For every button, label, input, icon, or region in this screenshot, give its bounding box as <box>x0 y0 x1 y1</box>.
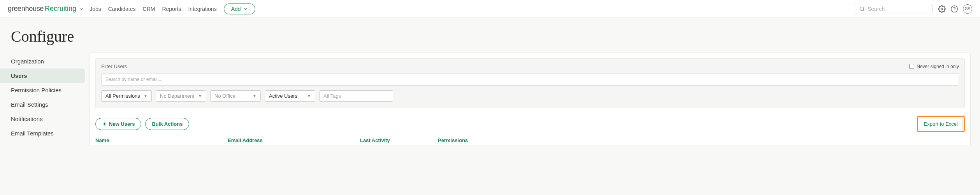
permissions-select[interactable]: All Permissions ▼ <box>101 90 152 102</box>
bulk-actions-button[interactable]: Bulk Actions <box>145 118 189 130</box>
bulk-actions-label: Bulk Actions <box>152 121 183 127</box>
sidebar-item-notifications[interactable]: Notifications <box>0 112 85 126</box>
help-icon[interactable] <box>950 5 958 13</box>
status-select-value: Active Users <box>269 93 297 99</box>
chevron-down-icon <box>243 7 248 11</box>
sidebar-item-organization[interactable]: Organization <box>0 54 85 69</box>
add-button-label: Add <box>231 6 241 12</box>
sidebar: Organization Users Permission Policies E… <box>0 53 90 146</box>
never-signed-checkbox-input[interactable] <box>909 64 914 69</box>
column-header-name[interactable]: Name <box>95 137 228 143</box>
add-button[interactable]: Add <box>224 4 255 14</box>
office-select[interactable]: No Office ▼ <box>210 90 261 102</box>
department-select-value: No Department <box>160 93 194 99</box>
new-users-button[interactable]: New Users <box>95 118 141 130</box>
top-nav: greenhouse Recruiting Jobs Candidates CR… <box>0 0 980 18</box>
table-header: Name Email Address Last Activity Permiss… <box>90 137 970 146</box>
sidebar-item-email-settings[interactable]: Email Settings <box>0 97 85 112</box>
nav-link-integrations[interactable]: Integrations <box>188 6 216 12</box>
tags-input[interactable] <box>319 90 393 102</box>
gear-icon[interactable] <box>938 5 946 13</box>
nav-link-crm[interactable]: CRM <box>143 6 155 12</box>
actions-row: New Users Bulk Actions Export to Excel <box>90 114 970 137</box>
svg-point-3 <box>951 5 958 12</box>
avatar[interactable]: GS <box>963 4 972 14</box>
sidebar-item-permission-policies[interactable]: Permission Policies <box>0 83 85 97</box>
brand-text-recruiting: Recruiting <box>45 5 76 13</box>
filter-box: Filter Users Never signed in only All Pe… <box>95 58 965 108</box>
caret-down-icon: ▼ <box>144 94 148 98</box>
nav-links: Jobs Candidates CRM Reports Integrations <box>90 6 217 12</box>
nav-icons: GS <box>938 4 972 14</box>
brand-text-greenhouse: greenhouse <box>8 5 44 13</box>
office-select-value: No Office <box>214 93 235 99</box>
status-select[interactable]: Active Users ▼ <box>265 90 315 102</box>
export-to-excel-button[interactable]: Export to Excel <box>919 118 963 130</box>
caret-down-icon: ▼ <box>307 94 311 98</box>
caret-down-icon: ▼ <box>253 94 256 98</box>
permissions-select-value: All Permissions <box>105 93 140 99</box>
page-title: Configure <box>0 18 980 53</box>
brand-switcher[interactable]: greenhouse Recruiting <box>8 5 84 13</box>
column-header-activity[interactable]: Last Activity <box>360 137 438 143</box>
svg-point-0 <box>860 7 864 10</box>
chevron-down-icon <box>79 7 84 11</box>
column-header-email[interactable]: Email Address <box>228 137 360 143</box>
never-signed-label: Never signed in only <box>917 64 959 69</box>
never-signed-checkbox[interactable]: Never signed in only <box>909 64 959 69</box>
global-search-input[interactable] <box>868 6 928 12</box>
nav-link-candidates[interactable]: Candidates <box>108 6 136 12</box>
department-select[interactable]: No Department ▼ <box>156 90 206 102</box>
caret-down-icon: ▼ <box>198 94 202 98</box>
sidebar-item-email-templates[interactable]: Email Templates <box>0 126 85 141</box>
plus-icon <box>102 121 107 126</box>
search-icon <box>859 6 865 12</box>
new-users-label: New Users <box>109 121 135 127</box>
global-search[interactable] <box>855 4 933 14</box>
main-panel: Filter Users Never signed in only All Pe… <box>90 53 971 146</box>
nav-link-reports[interactable]: Reports <box>162 6 181 12</box>
sidebar-item-users[interactable]: Users <box>0 69 85 83</box>
export-highlight: Export to Excel <box>917 116 965 132</box>
user-search-input[interactable] <box>101 73 959 86</box>
svg-point-2 <box>941 8 943 10</box>
avatar-initials: GS <box>965 7 970 11</box>
filter-title: Filter Users <box>101 63 127 69</box>
nav-link-jobs[interactable]: Jobs <box>90 6 101 12</box>
column-header-permissions[interactable]: Permissions <box>438 137 965 143</box>
svg-line-1 <box>863 10 864 11</box>
